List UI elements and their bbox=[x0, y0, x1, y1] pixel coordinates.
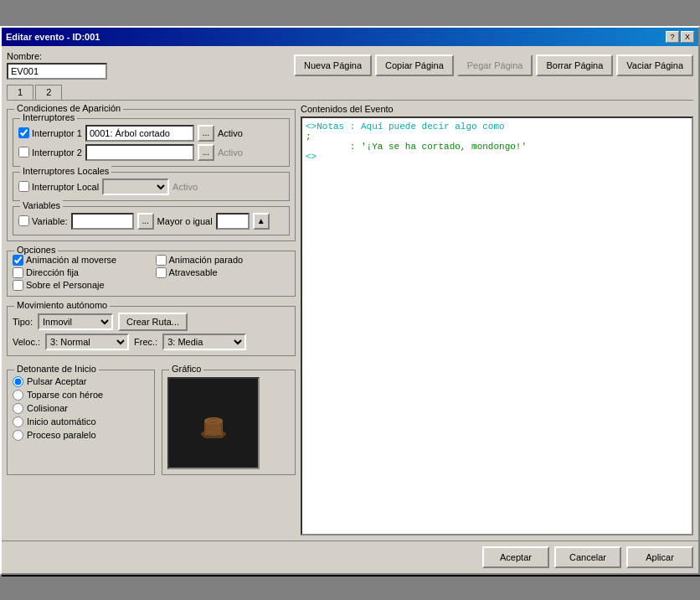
interruptores-title: Interruptores bbox=[20, 112, 77, 122]
options-grid: Animación al moverse Animación parado Di… bbox=[13, 255, 290, 291]
animacion-parado-label: Animación parado bbox=[156, 255, 291, 266]
movimiento-title: Movimiento autónomo bbox=[14, 300, 110, 310]
variable-browse-button[interactable]: ... bbox=[137, 213, 154, 230]
stump-image bbox=[193, 402, 234, 444]
interruptor-local-checkbox[interactable] bbox=[18, 181, 29, 192]
svg-point-8 bbox=[215, 435, 224, 438]
nombre-input[interactable]: EV001 bbox=[7, 63, 107, 80]
variable-value-btn[interactable]: ▲ bbox=[253, 213, 270, 230]
interruptor1-label: Interruptor 1 bbox=[32, 128, 82, 138]
sobre-personaje-checkbox[interactable] bbox=[13, 280, 23, 291]
cancelar-button[interactable]: Cancelar bbox=[554, 546, 621, 568]
variable-condition-label: Mayor o igual bbox=[157, 216, 213, 226]
radio-inicio-automatico-input[interactable] bbox=[13, 416, 23, 427]
event-line-3: : '¡Ya se ha cortado, mondongo!' bbox=[306, 142, 688, 152]
footer: Aceptar Cancelar Aplicar bbox=[2, 541, 698, 573]
crear-ruta-button[interactable]: Crear Ruta... bbox=[118, 313, 188, 331]
opciones-title: Opciones bbox=[14, 245, 58, 255]
variable-value-input[interactable] bbox=[216, 213, 250, 230]
interruptor1-input[interactable] bbox=[85, 125, 194, 142]
tab-1[interactable]: 1 bbox=[7, 85, 33, 100]
interruptor1-checkbox[interactable] bbox=[18, 127, 29, 138]
variables-row: Variable: ... Mayor o igual ▲ bbox=[18, 213, 284, 230]
grafico-preview[interactable] bbox=[167, 377, 260, 469]
sobre-personaje-label: Sobre el Personaje bbox=[13, 280, 147, 291]
radio-pulsar-aceptar: Pulsar Aceptar bbox=[13, 376, 149, 387]
nueva-pagina-button[interactable]: Nueva Página bbox=[294, 54, 372, 76]
variable-input[interactable] bbox=[71, 213, 134, 230]
interruptor2-row: Interruptor 2 ... Activo bbox=[18, 144, 284, 161]
variable-checkbox[interactable] bbox=[18, 215, 29, 226]
atravesable-label: Atravesable bbox=[156, 267, 291, 278]
top-section: Nombre: EV001 Nueva Página Copiar Página… bbox=[7, 51, 693, 80]
grafico-title: Gráfico bbox=[169, 364, 203, 374]
interruptor2-checkbox[interactable] bbox=[18, 147, 29, 158]
interruptor-local-select[interactable] bbox=[102, 178, 169, 195]
event-line-2: ; bbox=[306, 132, 688, 142]
veloc-label: Veloc.: bbox=[13, 337, 40, 347]
window-title: Editar evento - ID:001 bbox=[6, 32, 100, 42]
tabs-bar: 1 2 bbox=[7, 85, 693, 100]
aplicar-button[interactable]: Aplicar bbox=[626, 546, 693, 568]
tipo-label: Tipo: bbox=[13, 317, 33, 327]
radio-toparse-heroe-input[interactable] bbox=[13, 390, 23, 401]
interruptor-local-status: Activo bbox=[172, 182, 198, 192]
radio-toparse-heroe: Toparse con héroe bbox=[13, 390, 149, 401]
interruptor2-browse-button[interactable]: ... bbox=[198, 144, 214, 161]
interruptor2-input[interactable] bbox=[85, 144, 194, 161]
interruptor1-checkbox-label: Interruptor 1 bbox=[18, 127, 82, 138]
radio-pulsar-aceptar-input[interactable] bbox=[13, 376, 23, 387]
animacion-moverse-checkbox[interactable] bbox=[13, 255, 23, 266]
direccion-fija-label: Dirección fija bbox=[13, 267, 147, 278]
close-button[interactable]: X bbox=[681, 31, 694, 43]
movimiento-tipo-row: Tipo: Inmovil Aleatorio Cíclico Personal… bbox=[13, 313, 290, 331]
veloc-select[interactable]: 1: Muy lento 2: Lento 3: Normal 4: Rápid… bbox=[45, 334, 129, 350]
variable-label: Variable: bbox=[32, 216, 68, 226]
interruptor2-checkbox-label: Interruptor 2 bbox=[18, 147, 82, 158]
help-button[interactable]: ? bbox=[666, 31, 679, 43]
svg-point-7 bbox=[203, 435, 212, 438]
movimiento-group: Movimiento autónomo Tipo: Inmovil Aleato… bbox=[7, 306, 296, 356]
left-panel: Condiciones de Aparición Interruptores I… bbox=[7, 104, 296, 535]
radio-colisionar-input[interactable] bbox=[13, 403, 23, 414]
interruptor1-row: Interruptor 1 ... Activo bbox=[18, 125, 284, 142]
title-bar: Editar evento - ID:001 ? X bbox=[2, 28, 698, 46]
pegar-pagina-button[interactable]: Pegar Página bbox=[457, 54, 533, 76]
detonante-group: Detonante de Inicio Pulsar Aceptar Topar… bbox=[7, 370, 155, 475]
interruptor2-status: Activo bbox=[218, 147, 243, 158]
event-content-box[interactable]: <>Notas : Aquí puede decir algo como ; :… bbox=[301, 116, 693, 535]
copiar-pagina-button[interactable]: Copiar Página bbox=[375, 54, 454, 76]
tipo-select[interactable]: Inmovil Aleatorio Cíclico Personalizado bbox=[38, 313, 113, 330]
atravesable-text: Atravesable bbox=[169, 267, 218, 277]
interruptores-group: Interruptores Interruptor 1 ... Activo bbox=[13, 118, 290, 167]
radio-proceso-paralelo-input[interactable] bbox=[13, 430, 23, 441]
direccion-fija-checkbox[interactable] bbox=[13, 267, 23, 278]
window-body: Nombre: EV001 Nueva Página Copiar Página… bbox=[2, 46, 698, 541]
interruptor2-label: Interruptor 2 bbox=[32, 147, 82, 158]
tab-2[interactable]: 2 bbox=[35, 85, 62, 100]
animacion-parado-checkbox[interactable] bbox=[156, 255, 167, 266]
frec-select[interactable]: 1: Más baja 2: Baja 3: Media 4: Alta 5: … bbox=[162, 334, 246, 350]
detonante-title: Detonante de Inicio bbox=[14, 364, 99, 374]
vaciar-pagina-button[interactable]: Vaciar Página bbox=[616, 54, 693, 76]
nombre-label: Nombre: bbox=[7, 51, 107, 61]
main-window: Editar evento - ID:001 ? X Nombre: EV001… bbox=[0, 26, 700, 575]
variables-title: Variables bbox=[20, 200, 63, 210]
event-content-label: Contenidos del Evento bbox=[301, 104, 693, 114]
animacion-moverse-label: Animación al moverse bbox=[13, 255, 147, 266]
title-bar-controls: ? X bbox=[666, 31, 694, 43]
interruptores-locales-group: Interruptores Locales Interruptor Local … bbox=[13, 172, 290, 201]
direccion-fija-text: Dirección fija bbox=[26, 267, 79, 277]
aceptar-button[interactable]: Aceptar bbox=[482, 546, 549, 568]
interruptor1-browse-button[interactable]: ... bbox=[198, 125, 214, 142]
toolbar-buttons: Nueva Página Copiar Página Pegar Página … bbox=[112, 54, 693, 76]
bottom-section: Detonante de Inicio Pulsar Aceptar Topar… bbox=[7, 365, 296, 475]
borrar-pagina-button[interactable]: Borrar Página bbox=[536, 54, 613, 76]
interruptores-locales-title: Interruptores Locales bbox=[20, 166, 111, 176]
interruptor-local-row: Interruptor Local Activo bbox=[18, 178, 284, 195]
animacion-parado-text: Animación parado bbox=[169, 255, 244, 265]
main-content: Condiciones de Aparición Interruptores I… bbox=[7, 100, 693, 535]
interruptor-local-checkbox-label: Interruptor Local bbox=[18, 181, 99, 192]
radio-colisionar: Colisionar bbox=[13, 403, 149, 414]
atravesable-checkbox[interactable] bbox=[156, 267, 167, 278]
